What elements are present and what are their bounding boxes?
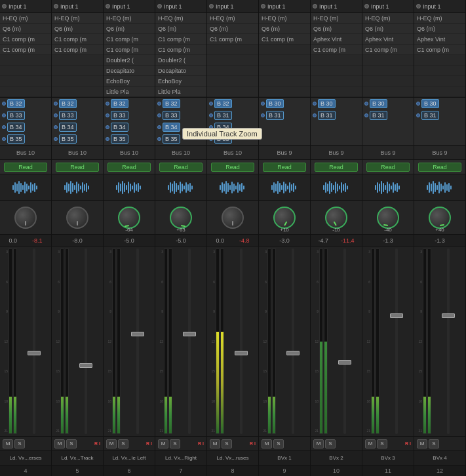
plugin-item[interactable]: Decapitato xyxy=(155,66,206,76)
fader-handle[interactable] xyxy=(28,351,41,355)
plugin-item[interactable]: C1 comp (m xyxy=(414,45,465,55)
mute-button[interactable]: M xyxy=(54,439,65,448)
send-button-1[interactable]: B 31 xyxy=(266,111,284,120)
fader-slider[interactable] xyxy=(380,248,412,434)
fader-slider[interactable] xyxy=(225,248,257,434)
solo-button[interactable]: S xyxy=(66,439,77,448)
read-button[interactable]: Read xyxy=(211,163,254,172)
send-button-0[interactable]: B 32 xyxy=(7,99,25,108)
plugin-item[interactable]: C1 comp (m xyxy=(155,34,206,45)
fader-slider[interactable] xyxy=(18,248,50,434)
plugin-item[interactable]: Q6 (m) xyxy=(311,24,362,34)
read-button[interactable]: Read xyxy=(418,163,461,172)
plugin-item[interactable]: EchoBoy xyxy=(104,76,155,87)
fader-slider[interactable] xyxy=(69,248,102,434)
fader-slider[interactable] xyxy=(173,248,205,434)
mute-button[interactable]: M xyxy=(262,439,272,448)
solo-button[interactable]: S xyxy=(325,439,336,448)
send-button-3[interactable]: B 35 xyxy=(59,134,77,144)
plugin-item[interactable]: EchoBoy xyxy=(155,76,206,87)
send-button-0[interactable]: B 32 xyxy=(111,99,128,108)
plugin-item[interactable]: Aphex Vint xyxy=(414,34,465,45)
pan-knob[interactable] xyxy=(118,207,140,229)
send-button-0[interactable]: B 30 xyxy=(421,99,439,108)
plugin-item[interactable]: Q6 (m) xyxy=(207,24,258,34)
plugin-item[interactable]: Aphex Vint xyxy=(311,34,362,45)
send-button-2[interactable]: B 34 xyxy=(59,123,77,132)
plugin-item[interactable]: Doubler2 ( xyxy=(104,55,155,66)
send-button-1[interactable]: B 33 xyxy=(111,111,128,120)
mute-button[interactable]: M xyxy=(365,439,376,448)
plugin-item[interactable]: H-EQ (m) xyxy=(0,13,51,24)
plugin-item[interactable]: Little Pla xyxy=(104,87,155,97)
send-button-1[interactable]: B 31 xyxy=(370,111,387,120)
fader-handle[interactable] xyxy=(79,363,92,368)
read-button[interactable]: Read xyxy=(159,163,203,172)
read-button[interactable]: Read xyxy=(107,163,151,172)
plugin-item[interactable]: C1 comp (m xyxy=(259,34,310,45)
send-button-1[interactable]: B 33 xyxy=(163,111,180,120)
send-button-0[interactable]: B 32 xyxy=(214,99,232,108)
send-button-1[interactable]: B 31 xyxy=(214,111,232,120)
plugin-item[interactable]: H-EQ (m) xyxy=(259,13,310,24)
plugin-item[interactable]: H-EQ (m) xyxy=(155,13,206,24)
plugin-item[interactable]: Q6 (m) xyxy=(155,24,206,34)
fader-slider[interactable] xyxy=(328,248,360,434)
pan-knob[interactable] xyxy=(429,207,451,229)
mute-button[interactable]: M xyxy=(106,439,117,448)
solo-button[interactable]: S xyxy=(14,439,25,448)
send-button-0[interactable]: B 30 xyxy=(266,99,284,108)
plugin-item[interactable]: C1 comp (m xyxy=(155,45,206,55)
plugin-item[interactable]: Q6 (m) xyxy=(362,24,414,34)
fader-slider[interactable] xyxy=(432,248,464,434)
plugin-item[interactable]: Decapitato xyxy=(104,66,155,76)
plugin-item[interactable]: Q6 (m) xyxy=(0,24,51,34)
plugin-item[interactable]: C1 comp (m xyxy=(104,34,155,45)
plugin-item[interactable]: C1 comp (m xyxy=(52,34,103,45)
solo-button[interactable]: S xyxy=(429,439,439,448)
mute-button[interactable]: M xyxy=(3,439,13,448)
send-button-2[interactable]: B 34 xyxy=(214,123,232,132)
fader-slider[interactable] xyxy=(121,248,153,434)
fader-handle[interactable] xyxy=(442,313,455,318)
pan-knob[interactable] xyxy=(222,207,244,229)
mute-button[interactable]: M xyxy=(417,439,427,448)
send-button-3[interactable]: B 35 xyxy=(214,134,232,144)
read-button[interactable]: Read xyxy=(315,163,358,172)
fader-slider[interactable] xyxy=(277,248,309,434)
pan-knob[interactable] xyxy=(170,207,192,229)
plugin-item[interactable]: Aphex Vint xyxy=(362,34,414,45)
send-button-1[interactable]: B 33 xyxy=(59,111,77,120)
pan-knob[interactable] xyxy=(273,207,296,229)
mute-button[interactable]: M xyxy=(210,439,220,448)
read-button[interactable]: Read xyxy=(263,163,306,172)
fader-handle[interactable] xyxy=(390,313,403,318)
fader-handle[interactable] xyxy=(286,351,300,355)
solo-button[interactable]: S xyxy=(170,439,180,448)
plugin-item[interactable]: H-EQ (m) xyxy=(104,13,155,24)
read-button[interactable]: Read xyxy=(4,163,47,172)
read-button[interactable]: Read xyxy=(56,163,99,172)
plugin-item[interactable]: Doubler2 ( xyxy=(155,55,206,66)
pan-knob[interactable] xyxy=(325,207,347,229)
solo-button[interactable]: S xyxy=(273,439,284,448)
send-button-3[interactable]: B 35 xyxy=(7,134,25,144)
plugin-item[interactable]: H-EQ (m) xyxy=(414,13,465,24)
mute-button[interactable]: M xyxy=(313,439,324,448)
send-button-0[interactable]: B 32 xyxy=(163,99,180,108)
plugin-item[interactable]: H-EQ (m) xyxy=(311,13,362,24)
plugin-item[interactable]: Q6 (m) xyxy=(259,24,310,34)
send-button-2[interactable]: B 34 xyxy=(7,123,25,132)
plugin-item[interactable]: C1 comp (m xyxy=(311,45,362,55)
plugin-item[interactable]: C1 comp (m xyxy=(104,45,155,55)
read-button[interactable]: Read xyxy=(366,163,410,172)
plugin-item[interactable]: H-EQ (m) xyxy=(207,13,258,24)
plugin-item[interactable]: H-EQ (m) xyxy=(52,13,103,24)
send-button-0[interactable]: B 32 xyxy=(59,99,77,108)
plugin-item[interactable]: Little Pla xyxy=(155,87,206,97)
pan-knob[interactable] xyxy=(377,207,399,229)
plugin-item[interactable]: Q6 (m) xyxy=(104,24,155,34)
fader-handle[interactable] xyxy=(338,360,351,365)
send-button-0[interactable]: B 30 xyxy=(318,99,336,108)
pan-knob[interactable] xyxy=(66,207,88,229)
